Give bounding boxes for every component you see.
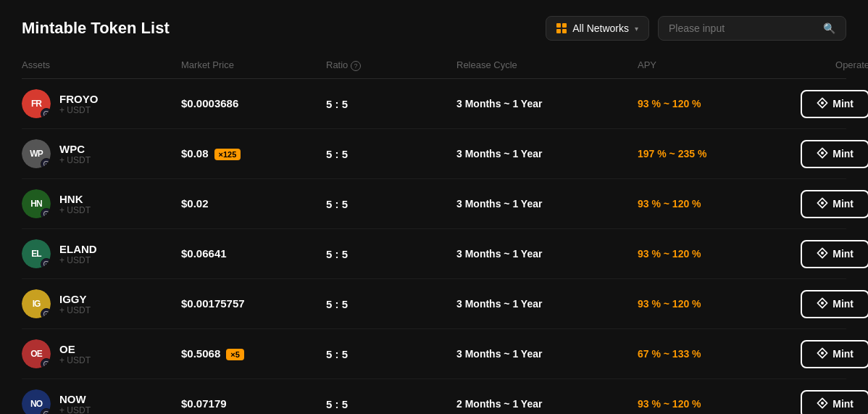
- token-name-group: FROYO + USDT: [59, 93, 98, 115]
- mint-button[interactable]: Mint: [801, 190, 868, 218]
- token-symbol: FROYO: [59, 93, 98, 105]
- ratio-cell: 5 : 5: [326, 398, 456, 410]
- token-symbol: HNK: [59, 193, 91, 205]
- asset-cell: WP WPC + USDT: [22, 139, 181, 168]
- svg-point-1: [821, 102, 824, 104]
- apy-cell: 93 % ~ 120 %: [638, 298, 768, 310]
- token-icon: EL: [22, 239, 51, 268]
- token-name-group: WPC + USDT: [59, 143, 91, 165]
- mint-button[interactable]: Mint: [801, 140, 868, 168]
- header-controls: All Networks ▾ 🔍: [546, 16, 846, 41]
- token-icon: WP: [22, 139, 51, 168]
- mint-label: Mint: [832, 98, 854, 109]
- ratio-cell: 5 : 5: [326, 298, 456, 310]
- search-input[interactable]: [669, 22, 817, 34]
- release-cycle-cell: 3 Months ~ 1 Year: [456, 298, 638, 310]
- release-cycle-cell: 2 Months ~ 1 Year: [456, 398, 638, 410]
- token-pair: + USDT: [59, 205, 91, 215]
- asset-cell: EL ELAND + USDT: [22, 239, 181, 268]
- mint-button[interactable]: Mint: [801, 90, 868, 118]
- token-symbol: NOW: [59, 393, 91, 405]
- release-cycle-cell: 3 Months ~ 1 Year: [456, 348, 638, 360]
- market-price-cell: $0.06641: [181, 247, 326, 260]
- table-row: EL ELAND + USDT $0.06641 5 : 5 3 Months …: [22, 229, 846, 279]
- mint-label: Mint: [832, 198, 854, 210]
- svg-point-9: [821, 302, 824, 305]
- apy-cell: 197 % ~ 235 %: [638, 148, 768, 160]
- col-assets: Assets: [22, 59, 181, 71]
- operate-cell: Mint: [768, 290, 868, 318]
- token-name-group: NOW + USDT: [59, 393, 91, 415]
- col-ratio: Ratio ?: [326, 59, 456, 71]
- apy-cell: 67 % ~ 133 %: [638, 348, 768, 360]
- ratio-help-icon[interactable]: ?: [351, 61, 361, 71]
- svg-point-3: [821, 152, 824, 154]
- mint-button[interactable]: Mint: [801, 290, 868, 318]
- col-market-price: Market Price: [181, 59, 326, 71]
- token-symbol: OE: [59, 343, 91, 355]
- svg-point-11: [821, 352, 824, 355]
- table-row: OE OE + USDT $0.5068×5 5 : 5 3 Months ~ …: [22, 329, 846, 379]
- token-icon: HN: [22, 189, 51, 218]
- operate-cell: Mint: [768, 140, 868, 168]
- mint-icon: [817, 247, 828, 261]
- ratio-cell: 5 : 5: [326, 248, 456, 260]
- apy-cell: 93 % ~ 120 %: [638, 248, 768, 260]
- token-icon: IG: [22, 289, 51, 318]
- apy-cell: 93 % ~ 120 %: [638, 398, 768, 410]
- col-operate: Operate: [768, 59, 868, 71]
- mint-label: Mint: [832, 248, 854, 260]
- ratio-cell: 5 : 5: [326, 348, 456, 360]
- mint-button[interactable]: Mint: [801, 340, 868, 368]
- token-icon: FR: [22, 89, 51, 118]
- table-body: FR FROYO + USDT $0.0003686 5 : 5 3 Month…: [22, 79, 846, 414]
- market-price-cell: $0.00175757: [181, 297, 326, 310]
- mint-button[interactable]: Mint: [801, 390, 868, 415]
- ratio-cell: 5 : 5: [326, 198, 456, 210]
- release-cycle-cell: 3 Months ~ 1 Year: [456, 248, 638, 260]
- token-symbol: ELAND: [59, 243, 97, 255]
- operate-cell: Mint: [768, 90, 868, 118]
- page-header: Mintable Token List All Networks ▾ 🔍: [0, 0, 868, 54]
- mint-button[interactable]: Mint: [801, 240, 868, 268]
- apy-cell: 93 % ~ 120 %: [638, 98, 768, 109]
- search-icon: 🔍: [823, 22, 835, 34]
- market-price-cell: $0.02: [181, 197, 326, 210]
- release-cycle-cell: 3 Months ~ 1 Year: [456, 148, 638, 160]
- asset-cell: HN HNK + USDT: [22, 189, 181, 218]
- mint-icon: [817, 297, 828, 311]
- token-pair: + USDT: [59, 255, 97, 265]
- market-price-cell: $0.08×125: [181, 147, 326, 160]
- token-name-group: ELAND + USDT: [59, 243, 97, 265]
- mint-icon: [817, 197, 828, 211]
- svg-point-7: [821, 252, 824, 254]
- operate-cell: Mint: [768, 390, 868, 415]
- table-row: IG IGGY + USDT $0.00175757 5 : 5 3 Month…: [22, 279, 846, 329]
- token-symbol: IGGY: [59, 293, 91, 305]
- market-price-cell: $0.07179: [181, 397, 326, 410]
- table-row: HN HNK + USDT $0.02 5 : 5 3 Months ~ 1 Y…: [22, 179, 846, 229]
- apy-cell: 93 % ~ 120 %: [638, 198, 768, 210]
- operate-cell: Mint: [768, 240, 868, 268]
- asset-cell: NO NOW + USDT: [22, 389, 181, 414]
- col-apy: APY: [638, 59, 768, 71]
- svg-point-5: [821, 202, 824, 204]
- asset-cell: OE OE + USDT: [22, 339, 181, 368]
- release-cycle-cell: 3 Months ~ 1 Year: [456, 198, 638, 210]
- network-label: All Networks: [572, 22, 629, 34]
- market-price-cell: $0.0003686: [181, 97, 326, 110]
- svg-point-13: [821, 402, 824, 405]
- ratio-cell: 5 : 5: [326, 148, 456, 160]
- chevron-down-icon: ▾: [635, 25, 638, 33]
- token-pair: + USDT: [59, 355, 91, 365]
- table-row: WP WPC + USDT $0.08×125 5 : 5 3 Months ~…: [22, 129, 846, 179]
- token-name-group: IGGY + USDT: [59, 293, 91, 315]
- token-table: Assets Market Price Ratio ? Release Cycl…: [0, 54, 868, 414]
- mint-icon: [817, 97, 828, 111]
- network-selector[interactable]: All Networks ▾: [546, 16, 649, 41]
- search-box[interactable]: 🔍: [658, 16, 846, 41]
- mint-icon: [817, 147, 828, 161]
- market-price-cell: $0.5068×5: [181, 347, 326, 360]
- col-release-cycle: Release Cycle: [456, 59, 638, 71]
- token-icon: OE: [22, 339, 51, 368]
